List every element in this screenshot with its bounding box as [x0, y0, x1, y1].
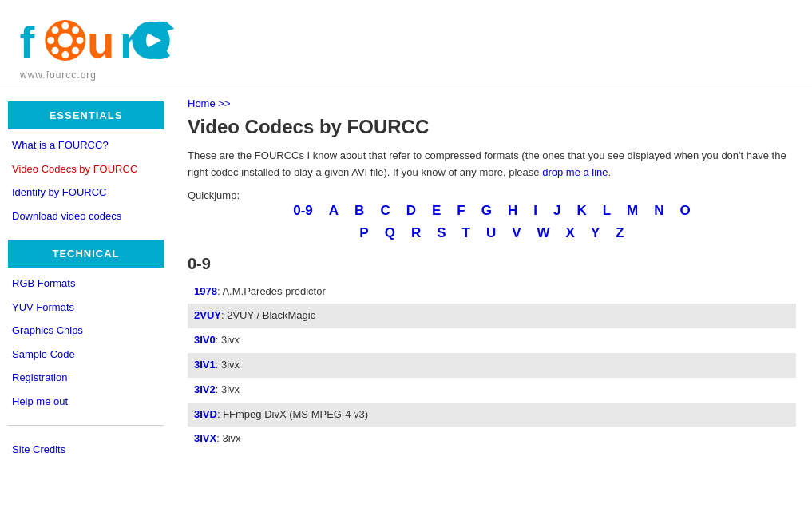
description-text-1: These are the FOURCCs I know about that … [188, 149, 786, 178]
codec-desc: : FFmpeg DivX (MS MPEG-4 v3) [217, 408, 368, 420]
codec-code-1978[interactable]: 1978 [194, 285, 217, 297]
quickjump-link-v[interactable]: V [504, 224, 529, 243]
codec-desc: : 3ivx [216, 432, 240, 444]
quickjump-link-f[interactable]: F [449, 201, 473, 220]
quickjump-link-u[interactable]: U [478, 224, 504, 243]
drop-line-link[interactable]: drop me a line [542, 166, 608, 178]
sidebar-item-rgb[interactable]: RGB Formats [0, 272, 172, 296]
codec-desc: : 3ivx [216, 383, 240, 395]
svg-point-10 [72, 47, 79, 54]
sidebar-item-help[interactable]: Help me out [0, 390, 172, 414]
sidebar-divider [8, 425, 164, 426]
quickjump-link-l[interactable]: L [595, 201, 619, 220]
codecs-list: 1978: A.M.Paredes predictor2VUY: 2VUY / … [188, 280, 796, 452]
table-row: 1978: A.M.Paredes predictor [188, 280, 796, 304]
codec-code-3iv2[interactable]: 3IV2 [194, 383, 216, 395]
quickjump-link-w[interactable]: W [529, 224, 558, 243]
quickjump-link-d[interactable]: D [398, 201, 424, 220]
quickjump-link-k[interactable]: K [568, 201, 594, 220]
sidebar: ESSENTIALS What is a FOURCC? Video Codec… [0, 89, 172, 528]
quickjump-link-t[interactable]: T [454, 224, 478, 243]
quickjump-link-p[interactable]: P [351, 224, 376, 243]
svg-point-6 [76, 37, 83, 44]
quickjump-link-i[interactable]: I [525, 201, 545, 220]
svg-point-8 [72, 26, 79, 34]
svg-text:u: u [87, 17, 114, 67]
page-description: These are the FOURCCs I know about that … [188, 148, 796, 181]
sidebar-item-identify[interactable]: Identify by FOURCC [0, 181, 172, 204]
quickjump-link-j[interactable]: J [545, 201, 568, 220]
quickjump-link-09[interactable]: 0-9 [285, 201, 321, 220]
table-row: 3IV1: 3ivx [188, 353, 796, 378]
quickjump-section: Quickjump: 0-9ABCDEFGHIJKLMNO PQRSTUVWXY… [188, 189, 796, 243]
sidebar-item-registration[interactable]: Registration [0, 366, 172, 390]
quickjump-link-o[interactable]: O [672, 201, 699, 220]
sidebar-item-graphics-chips[interactable]: Graphics Chips [0, 319, 172, 343]
quickjump-link-c[interactable]: C [372, 201, 398, 220]
description-text-2: . [608, 166, 612, 178]
quickjump-link-x[interactable]: X [558, 224, 583, 243]
sidebar-item-site-credits[interactable]: Site Credits [0, 438, 172, 462]
codec-desc: : 2VUY / BlackMagic [221, 309, 315, 321]
essentials-header: ESSENTIALS [8, 101, 164, 129]
svg-point-5 [47, 37, 54, 44]
quickjump-link-a[interactable]: A [321, 201, 347, 220]
site-logo[interactable]: f u r [16, 12, 176, 68]
codec-code-3ivd[interactable]: 3IVD [194, 408, 217, 420]
codec-desc: : A.M.Paredes predictor [217, 285, 326, 297]
svg-point-4 [61, 51, 69, 58]
quickjump-link-h[interactable]: H [500, 201, 525, 220]
quickjump-link-m[interactable]: M [619, 201, 646, 220]
layout: ESSENTIALS What is a FOURCC? Video Codec… [0, 89, 812, 528]
quickjump-row2: PQRSTUVWXYZ [188, 224, 796, 243]
breadcrumb-separator: >> [218, 97, 230, 109]
sidebar-item-download-video[interactable]: Download video codecs [0, 204, 172, 228]
sidebar-item-yuv[interactable]: YUV Formats [0, 296, 172, 320]
svg-point-2 [58, 33, 73, 47]
sidebar-item-video-codecs[interactable]: Video Codecs by FOURCC [0, 157, 172, 181]
table-row: 2VUY: 2VUY / BlackMagic [188, 304, 796, 328]
main-content: Home >> Video Codecs by FOURCC These are… [172, 89, 812, 528]
codec-code-3ivx[interactable]: 3IVX [194, 432, 216, 444]
table-row: 3IVD: FFmpeg DivX (MS MPEG-4 v3) [188, 403, 796, 427]
header: f u r www.fourcc.org [0, 0, 812, 89]
page-title: Video Codecs by FOURCC [188, 116, 796, 138]
breadcrumb-home[interactable]: Home [188, 97, 216, 109]
quickjump-link-s[interactable]: S [429, 224, 454, 243]
codec-code-3iv0[interactable]: 3IV0 [194, 334, 216, 346]
quickjump-link-n[interactable]: N [646, 201, 671, 220]
codec-code-2vuy[interactable]: 2VUY [194, 309, 221, 321]
quickjump-label: Quickjump: [188, 189, 240, 201]
table-row: 3IV2: 3ivx [188, 378, 796, 403]
quickjump-link-e[interactable]: E [424, 201, 449, 220]
svg-marker-15 [164, 22, 174, 32]
sidebar-item-what-is-fourcc[interactable]: What is a FOURCC? [0, 133, 172, 157]
quickjump-link-b[interactable]: B [347, 201, 372, 220]
codec-desc: : 3ivx [216, 334, 240, 346]
quickjump-link-z[interactable]: Z [608, 224, 632, 243]
quickjump-link-r[interactable]: R [403, 224, 429, 243]
breadcrumb: Home >> [188, 97, 796, 109]
quickjump-link-g[interactable]: G [473, 201, 500, 220]
svg-point-3 [61, 22, 69, 30]
quickjump-link-q[interactable]: Q [377, 224, 403, 243]
table-row: 3IV0: 3ivx [188, 328, 796, 353]
svg-point-9 [52, 47, 59, 54]
quickjump-row1: 0-9ABCDEFGHIJKLMNO [188, 201, 796, 220]
logo-container: f u r www.fourcc.org [16, 12, 796, 81]
sidebar-item-sample-code[interactable]: Sample Code [0, 343, 172, 367]
svg-point-7 [52, 26, 59, 34]
codec-desc: : 3ivx [216, 359, 240, 371]
technical-header: TECHNICAL [8, 240, 164, 268]
table-row: 3IVX: 3ivx [188, 427, 796, 451]
svg-text:f: f [20, 17, 35, 67]
codec-code-3iv1[interactable]: 3IV1 [194, 359, 216, 371]
quickjump-link-y[interactable]: Y [583, 224, 608, 243]
logo-url: www.fourcc.org [16, 69, 97, 81]
section-09-heading: 0-9 [188, 255, 796, 273]
